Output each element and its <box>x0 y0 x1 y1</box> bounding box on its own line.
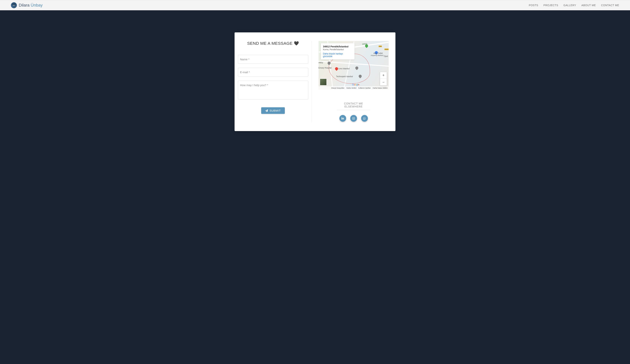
message-input[interactable] <box>238 81 308 99</box>
contact-card: SEND ME A MESSAGE 🖤 SUBMIT <box>234 32 396 131</box>
elsewhere-section: CONTACT ME ELSEWHERE <box>318 102 389 122</box>
brand-first: Dilara <box>19 3 31 7</box>
submit-label: SUBMIT <box>270 109 281 112</box>
map-info-card: 34912 Pendik/İstanbul Kurna, Pendik/İsta… <box>321 43 354 59</box>
instagram-link[interactable] <box>350 115 357 122</box>
map-satellite-toggle[interactable] <box>320 78 327 86</box>
map[interactable]: Lens Istanbul Technopark Istanbul ırtköy… <box>318 41 389 90</box>
brand-name: Dilara Ünbay <box>19 3 42 8</box>
submit-wrap: SUBMIT <box>238 107 308 114</box>
submit-button[interactable]: SUBMIT <box>261 107 285 114</box>
map-poi-label: Lens Istanbul <box>338 68 350 70</box>
nav-posts[interactable]: POSTS <box>529 4 538 7</box>
linkedin-icon <box>341 117 344 120</box>
map-route-badge: D020 <box>384 48 389 50</box>
whatsapp-link[interactable] <box>361 115 368 122</box>
email-input[interactable] <box>238 68 308 77</box>
map-view-larger-link[interactable]: Daha büyük haritayı görüntüle <box>323 52 352 58</box>
nav-contact[interactable]: CONTACT ME <box>601 4 619 7</box>
map-poi-label: Opet <box>384 55 388 57</box>
nav-about[interactable]: ABOUT ME <box>582 4 596 7</box>
contact-info-panel: Lens Istanbul Technopark Istanbul ırtköy… <box>312 41 389 122</box>
map-poi-label: Technopark Istanbul <box>336 75 353 77</box>
map-footer-report[interactable]: Harita hatası bildirin <box>372 87 388 89</box>
nav: POSTS PROJECTS GALLERY ABOUT ME CONTACT … <box>529 4 619 7</box>
contact-form-panel: SEND ME A MESSAGE 🖤 SUBMIT <box>238 41 312 122</box>
map-footer: Klavye kısayolları Harita Verileri Kulla… <box>318 86 389 90</box>
nav-gallery[interactable]: GALLERY <box>564 4 576 7</box>
zoom-out-button[interactable]: − <box>380 79 387 86</box>
paper-plane-icon <box>265 109 268 112</box>
social-links <box>318 115 389 122</box>
instagram-icon <box>352 117 355 120</box>
form-title: SEND ME A MESSAGE 🖤 <box>238 41 308 46</box>
linkedin-link[interactable] <box>340 115 346 122</box>
map-footer-data[interactable]: Harita Verileri <box>346 87 356 89</box>
map-info-subtitle: Kurna, Pendik/İstanbul <box>323 48 352 50</box>
map-poi-label: Emsey Hospital <box>318 67 332 69</box>
map-footer-terms[interactable]: Kullanım Şartları <box>358 87 371 89</box>
avatar <box>11 2 17 8</box>
zoom-in-button[interactable]: + <box>380 72 387 79</box>
name-input[interactable] <box>238 55 308 64</box>
map-poi-label: Asia Outlet <box>374 52 383 54</box>
map-zoom-controls: + − <box>380 72 387 86</box>
map-poi-label: çarlığı <box>362 43 367 45</box>
brand-last: Ünbay <box>31 3 43 7</box>
whatsapp-icon <box>363 117 366 120</box>
map-route-badge: E80 <box>378 45 382 47</box>
page-container: SEND ME A MESSAGE 🖤 SUBMIT <box>0 10 630 153</box>
nav-projects[interactable]: PROJECTS <box>544 4 558 7</box>
map-info-title: 34912 Pendik/İstanbul <box>323 45 352 48</box>
elsewhere-title: CONTACT ME ELSEWHERE <box>337 102 370 110</box>
header: Dilara Ünbay POSTS PROJECTS GALLERY ABOU… <box>0 0 630 10</box>
map-poi-label: ırtköy <box>318 62 323 64</box>
brand[interactable]: Dilara Ünbay <box>11 2 42 8</box>
map-footer-shortcuts[interactable]: Klavye kısayolları <box>331 87 344 89</box>
google-logo: Google <box>352 83 360 86</box>
map-poi-label: Alışveriş Merkezi <box>371 54 384 56</box>
